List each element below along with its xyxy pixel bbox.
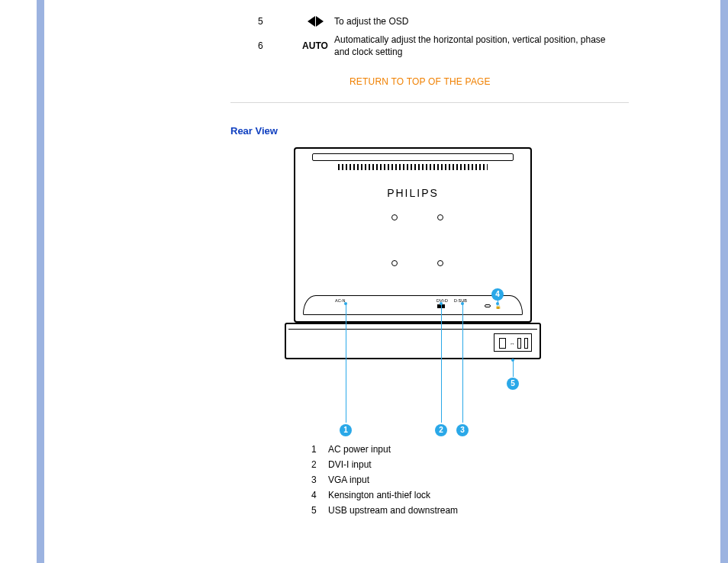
callout-bubble-4: 4 — [491, 288, 504, 301]
rear-view-heading: Rear View — [230, 125, 278, 137]
right-accent-bar — [720, 0, 728, 563]
legend-row: 4Kensington anti-thief lock — [311, 490, 458, 500]
legend-num: 1 — [311, 444, 328, 455]
left-accent-bar — [37, 0, 44, 563]
callout-bubble-3: 3 — [456, 424, 469, 436]
legend-text: USB upstream and downstream — [328, 505, 458, 516]
callout-leader — [513, 360, 514, 377]
table-row: 5 To adjust the OSD — [258, 15, 609, 27]
legend-num: 2 — [311, 459, 328, 470]
document-content: 5 To adjust the OSD 6 AUTO Automatically… — [44, 0, 720, 563]
table-row: 6 AUTO Automatically adjust the horizont… — [258, 34, 609, 58]
section-divider — [230, 102, 629, 103]
auto-label: AUTO — [302, 40, 328, 51]
row-number: 6 — [258, 40, 296, 51]
rear-view-diagram: PHILIPS AC-N DVI-D D·SUB 🔒 ↔ — [285, 145, 544, 374]
legend-text: DVI-I input — [328, 459, 372, 470]
legend-row: 5USB upstream and downstream — [311, 505, 458, 516]
callout-bubble-1: 1 — [340, 424, 352, 436]
adjust-arrows-icon — [296, 16, 334, 27]
brand-logo: PHILIPS — [295, 187, 530, 199]
callout-leader — [462, 304, 463, 423]
legend-row: 3VGA input — [311, 475, 458, 485]
return-to-top-link[interactable]: RETURN TO TOP OF THE PAGE — [350, 76, 491, 87]
callout-legend: 1AC power input 2DVI-I input 3VGA input … — [311, 444, 458, 520]
row-number: 5 — [258, 16, 296, 27]
monitor-stand: ↔ — [285, 323, 541, 359]
usb-ports: ↔ — [494, 333, 532, 352]
callout-bubble-5: 5 — [507, 378, 519, 390]
legend-row: 1AC power input — [311, 444, 458, 455]
legend-row: 2DVI-I input — [311, 459, 458, 470]
legend-num: 4 — [311, 490, 328, 500]
legend-text: Kensington anti-thief lock — [328, 490, 430, 500]
callout-leader — [441, 304, 442, 423]
legend-num: 3 — [311, 475, 328, 485]
callout-bubble-2: 2 — [435, 424, 447, 436]
row-description: To adjust the OSD — [334, 15, 408, 27]
controls-table: 5 To adjust the OSD 6 AUTO Automatically… — [258, 15, 609, 65]
callout-leader — [346, 304, 346, 423]
row-description: Automatically adjust the horizontal posi… — [334, 34, 609, 58]
legend-text: VGA input — [328, 475, 369, 485]
legend-text: AC power input — [328, 444, 391, 455]
legend-num: 5 — [311, 505, 328, 516]
